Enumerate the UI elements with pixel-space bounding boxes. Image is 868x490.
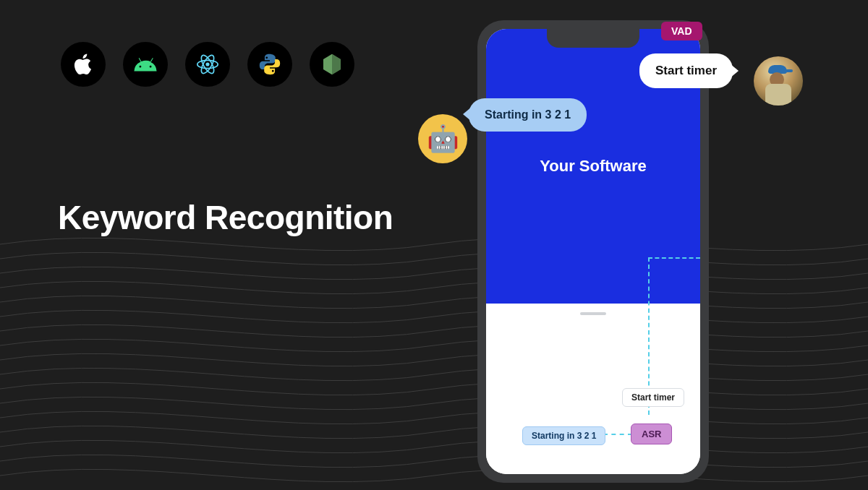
vad-tag: VAD — [661, 22, 702, 40]
connector-line — [648, 257, 700, 259]
python-icon — [247, 42, 292, 87]
connector-line — [603, 434, 632, 435]
svg-point-3 — [205, 62, 209, 66]
node-icon — [310, 42, 354, 87]
start-timer-chip: Start timer — [622, 388, 684, 407]
bot-avatar: 🤖 — [418, 114, 467, 163]
software-label: Your Software — [540, 157, 647, 176]
countdown-chip: Starting in 3 2 1 — [522, 426, 605, 445]
platform-icons-row — [61, 42, 354, 87]
drag-handle — [580, 312, 606, 315]
page-title: Keyword Recognition — [58, 198, 393, 237]
background-waves — [0, 215, 868, 490]
phone-mockup: Your Software Start timer ASR Starting i… — [477, 20, 709, 483]
asr-chip: ASR — [631, 424, 672, 444]
bot-emoji: 🤖 — [427, 124, 459, 154]
phone-notch — [547, 29, 639, 48]
react-icon — [185, 42, 230, 87]
apple-icon — [61, 42, 106, 87]
user-speech-bubble: Start timer — [639, 53, 733, 88]
bot-speech-bubble: Starting in 3 2 1 — [469, 98, 587, 132]
android-icon — [123, 42, 168, 87]
user-avatar — [754, 56, 803, 106]
